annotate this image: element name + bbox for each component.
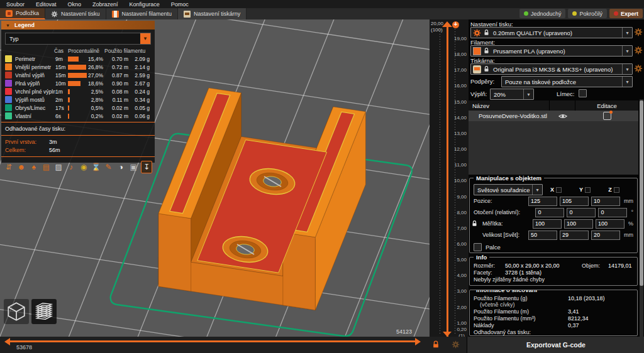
print-settings-combo[interactable]: 0.20mm QUALITY (upraveno) ▾ xyxy=(470,27,633,38)
uniform-scale-lock-icon[interactable] xyxy=(471,220,478,227)
tab-printer[interactable]: Nastavení tiskárny xyxy=(178,8,247,19)
cube-icon[interactable]: ▣ xyxy=(128,161,138,173)
estimate-total: Celkem: 56m xyxy=(1,146,155,154)
view-layers-button[interactable] xyxy=(31,299,57,324)
feature-used-g: 0.05 g xyxy=(128,105,150,111)
object-row[interactable]: PosuvneDvere-Voditko.stl xyxy=(469,111,638,121)
gcode-slider-left-handle[interactable] xyxy=(4,338,10,345)
tab-gear[interactable]: Nastavení tisku xyxy=(45,8,106,19)
legend-title: Legend xyxy=(14,22,35,28)
layers-icon[interactable]: ▤ xyxy=(41,161,51,173)
infill-pattern-icon[interactable]: ▨ xyxy=(53,161,64,173)
menu-item-okno[interactable]: Okno xyxy=(68,1,82,8)
manipulation-value-field[interactable] xyxy=(598,208,627,217)
time-estimate-icon[interactable]: ⌛ xyxy=(91,161,101,173)
menu-item-pomoc[interactable]: Pomoc xyxy=(171,1,189,8)
print-settings-gear-button[interactable] xyxy=(634,28,643,36)
feature-percent-bar xyxy=(68,73,88,78)
manipulation-row-label: Velikost [Svět]: xyxy=(474,232,528,238)
tree-supports-icon[interactable]: ♠ xyxy=(29,161,39,173)
feature-label: Plná výplň xyxy=(15,80,55,87)
menu-item-editovat[interactable]: Editovat xyxy=(36,1,57,8)
menu-item-soubor[interactable]: Soubor xyxy=(6,1,25,8)
shadow-icon[interactable]: ◑ xyxy=(116,161,126,173)
feature-label: Výplň mostů xyxy=(15,97,55,103)
feature-label: Vrchní plné výplně xyxy=(15,89,55,95)
feature-percent: 0,2% xyxy=(88,113,103,119)
tab-platter[interactable]: Podložka xyxy=(0,8,45,19)
col-percent: Procentuálně xyxy=(68,48,104,54)
legend-header[interactable]: ▼ Legend xyxy=(1,21,155,30)
manipulation-value-field[interactable] xyxy=(564,219,593,229)
layer-slider-lower-handle[interactable] xyxy=(443,332,452,337)
object-list[interactable]: PosuvneDvere-Voditko.stl xyxy=(469,111,638,175)
mode-button-jednoduchý[interactable]: Jednoduchý xyxy=(519,9,566,18)
infill-combo[interactable]: 20% ▾ xyxy=(490,89,534,100)
manipulation-value-field[interactable] xyxy=(528,197,557,206)
sliced-info-row: Odhadovaný čas tisku: xyxy=(474,329,633,335)
add-color-change-icon[interactable]: + xyxy=(452,21,459,28)
edit-object-icon[interactable] xyxy=(603,112,611,120)
feature-label: Obrys/Límec xyxy=(15,105,55,111)
brim-checkbox[interactable] xyxy=(579,89,587,97)
export-gcode-button[interactable]: Exportovat G-code xyxy=(467,337,644,353)
manipulation-value-field[interactable] xyxy=(535,208,564,217)
axis-lock-checkbox[interactable] xyxy=(614,187,619,193)
printer-gear-button[interactable] xyxy=(634,64,643,73)
seams-icon[interactable]: ♪ xyxy=(66,161,76,173)
legend-type-dropdown[interactable]: Typ ▼ xyxy=(5,33,151,45)
shells-icon[interactable]: ☻ xyxy=(16,161,26,173)
gcode-move-slider[interactable] xyxy=(10,340,416,342)
manipulation-value-field[interactable] xyxy=(596,219,625,229)
color-print-icon[interactable]: ◉ xyxy=(79,161,89,173)
axis-lock-checkbox[interactable] xyxy=(556,187,562,193)
layer-slider-upper-handle[interactable] xyxy=(442,21,452,27)
feature-used-m: 0.90 m xyxy=(103,80,128,87)
gcode-slider-right-handle[interactable] xyxy=(415,338,421,345)
sliced-info-label: Použito Filamentu (g)(včetně cívky) xyxy=(474,295,568,308)
filament-combo[interactable]: Prusament PLA (upraveno) ▾ xyxy=(470,45,633,57)
layer-slider-track[interactable] xyxy=(447,27,448,337)
chevron-down-icon: ▾ xyxy=(622,77,632,87)
manipulation-value-field[interactable] xyxy=(567,208,596,217)
lock-icon xyxy=(483,65,490,73)
manipulation-value-field[interactable] xyxy=(591,231,620,240)
manipulation-value-field[interactable] xyxy=(591,197,620,206)
manipulation-value-field[interactable] xyxy=(533,219,562,229)
chevron-down-icon: ▾ xyxy=(523,89,533,99)
feature-label: Vlastní xyxy=(15,113,55,119)
feature-used-m: 0.08 m xyxy=(103,89,128,95)
mode-button-pokročilý[interactable]: Pokročilý xyxy=(568,9,607,18)
layer-tick-label: 19,00 xyxy=(454,36,467,41)
slider-settings-gear-icon[interactable] xyxy=(452,340,460,349)
manipulation-value-field[interactable] xyxy=(528,231,557,240)
eye-icon[interactable] xyxy=(558,112,567,121)
feature-percent-bar xyxy=(68,65,88,70)
mode-button-expert[interactable]: Expert xyxy=(609,9,643,18)
travel-moves-icon[interactable]: ⇵ xyxy=(4,161,14,173)
printer-combo[interactable]: Original Prusa i3 MK3S & MK3S+ (upraveno… xyxy=(470,63,633,75)
filament-gear-button[interactable] xyxy=(634,46,643,55)
tab-filament[interactable]: Nastavení filamentu xyxy=(106,8,179,19)
pin-icon[interactable]: ↧ xyxy=(141,161,152,173)
manipulation-value-field[interactable] xyxy=(560,231,589,240)
manipulation-row-label: Otočení (relativní): xyxy=(474,209,535,215)
slider-lock-icon[interactable] xyxy=(431,340,440,349)
menu-item-zobrazení[interactable]: Zobrazení xyxy=(92,1,118,8)
layer-tick-label: 11,00 xyxy=(455,162,467,168)
feature-color-swatch xyxy=(5,104,12,111)
manipulation-value-field[interactable] xyxy=(560,197,589,206)
inches-checkbox[interactable] xyxy=(474,243,482,251)
supports-combo[interactable]: Pouze na tiskové podložce ▾ xyxy=(501,76,633,87)
mode-button-label: Jednoduchý xyxy=(531,11,562,17)
custom-gcode-icon[interactable]: ✎ xyxy=(104,161,114,173)
menu-item-konfigurace[interactable]: Konfigurace xyxy=(130,1,160,8)
layer-tick-label: 3,00 xyxy=(457,288,467,294)
layer-slider[interactable]: 20,00 (100) + 19,0018,0017,0016,0015,001… xyxy=(430,19,469,337)
coord-system-combo[interactable]: Světové souřadnice ▾ xyxy=(474,184,543,195)
feature-used-g: 2.09 g xyxy=(128,56,150,62)
axis-lock-checkbox[interactable] xyxy=(585,187,591,193)
feature-percent-bar xyxy=(68,81,88,86)
right-panel-scrollbar-thumb[interactable] xyxy=(640,100,643,286)
view-3d-button[interactable] xyxy=(4,299,29,324)
